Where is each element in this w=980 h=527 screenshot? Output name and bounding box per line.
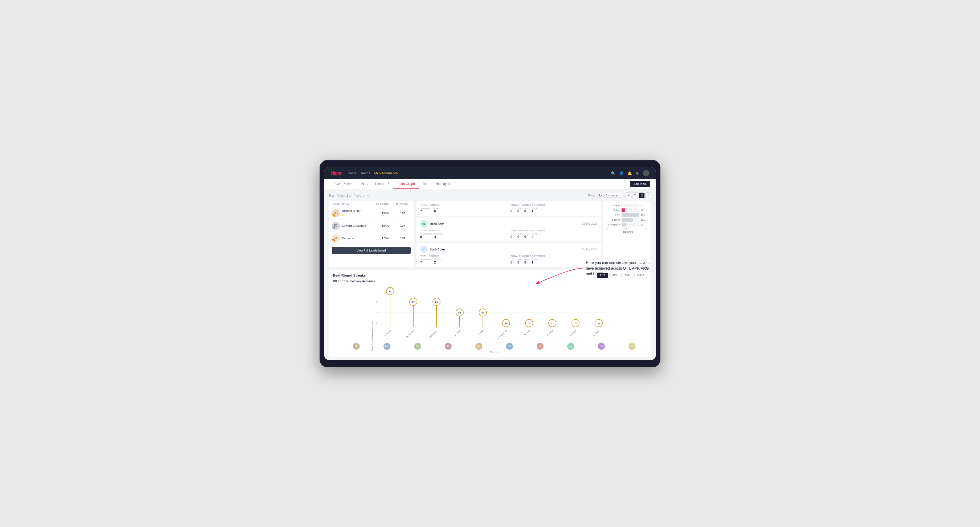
player-name-quick: C. Quick [593,329,600,337]
sub-nav: PGAT Players PGA Hcaps 1-5 Team Clippd T… [325,179,655,189]
player-info: RB 1 Richard Butler ♥ [332,209,376,217]
tab-pga[interactable]: PGA [357,179,371,189]
avatar-coles: JC [445,343,452,350]
streak-val-billingham: 6x [435,301,438,303]
nav-right: 🔍 👤 🔔 ⚙ [611,170,649,176]
table-row: CA 3 Cameron... 17/20 103 [329,232,414,244]
putt-label: PUTT [531,207,537,210]
settings-icon[interactable]: ⚙ [636,171,639,175]
player-avg: 103 [395,237,410,240]
bar-val-pars: 499 [641,214,648,216]
practice-activities-label: Total Practice Activities [511,204,597,206]
streak-val-butler: 3x [574,322,577,325]
col-pb-score: PB SCORE [376,203,395,205]
nav-link-teams[interactable]: Teams [361,171,370,175]
avatar: RB 1 [332,209,340,217]
bar-row-birdies: Birdies 96 [607,208,648,212]
bar-fill-bogeys [622,218,633,222]
practice-label: Practice [434,207,442,210]
list-view-icon[interactable]: ☰ [632,192,638,198]
card-rounds-group: Total Rounds Tournament 8 Practice [420,229,507,239]
rank-badge: 1 [332,214,335,217]
show-select[interactable]: Last 3 months Last 6 months Last year [597,193,624,198]
col-pb-avg: PB AVG SQ [395,203,410,205]
nav-link-myperformance[interactable]: My Performance [374,171,398,175]
card-avatar: RB [420,220,428,227]
bell-icon[interactable]: 🔔 [627,171,632,175]
streaks-chart: Best Streak, Fairway Accuracy 7 6 [333,286,647,334]
team-header: Team Clippd | 14 Players ✏ Show Last 3 m… [329,192,651,198]
nav-link-home[interactable]: Home [348,171,356,175]
settings-view-icon[interactable]: ⋮ [646,192,651,198]
add-team-button[interactable]: Add Team [630,181,650,187]
streak-val-mcherg: 6x [412,301,415,303]
chart-x-title: Total Shots [607,230,648,233]
rank-badge: 2 [332,227,335,230]
bar-val-birdies: 96 [641,209,648,211]
tab-tour[interactable]: Tour [418,179,432,189]
player-name: Edward Crossman [342,224,366,227]
view-leaderboard-button[interactable]: View Full Leaderboard [332,247,410,254]
streak-val-quick: 3x [597,322,600,325]
avatar[interactable] [643,170,649,176]
player-name-butler: R. Butler [570,329,577,337]
streaks-subtitle: Off The Tee, Fairway Accuracy [333,279,647,283]
card-date: 26 Aug 2023 [582,248,597,251]
avatar-quick: CQ [628,343,635,350]
tab-hcaps[interactable]: Hcaps 1-5 [371,179,393,189]
x-label-200: 200 [625,227,628,230]
total-rounds-group: Total Rounds Tournament 7 Practice [420,204,507,213]
card-avatar: JC [420,246,428,253]
bar-track-pars [622,213,639,217]
avatar-britt: RB [476,343,482,350]
player-score: 19/20 [376,211,395,215]
bar-val-dbogeys: 131 [641,223,648,226]
avatar: EC 2 [332,222,340,230]
person-icon[interactable]: 👤 [619,171,624,175]
player-name-miller: M. Miller [546,329,554,337]
avatar-billingham: DB [414,343,421,350]
avatar-miller: MM [567,343,574,350]
streak-val-coles: 5x [458,311,461,314]
player-name: Cameron... [342,237,356,240]
col-player-name: PLAYER NAME [332,203,376,205]
streaks-section: Best Round Streaks OTT APP ARG PUTT Off … [329,270,651,357]
bar-row-dbogeys: D. Bogeys + 131 [607,223,648,227]
y-label-7: 7 [376,290,377,292]
annotation-text: Here you can see streaks your players ha… [586,260,655,277]
search-icon[interactable]: 🔍 [611,171,616,175]
player-avg: 107 [395,224,410,227]
edit-icon[interactable]: ✏ [367,194,369,197]
arg-val: 0 [524,210,529,213]
tab-pgat[interactable]: PGAT Players [330,179,357,189]
arg-label: ARG [524,207,529,210]
card-player-name: Josh Coles [430,248,445,251]
card-view-icon[interactable]: ▤ [639,192,645,198]
streak-val-britt: 5x [482,311,484,314]
avatar-crossman: EC [506,343,513,350]
annotation: Here you can see streaks your players ha… [586,260,655,277]
tab-team-clippd[interactable]: Team Clippd [393,179,418,189]
two-col-layout: PLAYER NAME PB SCORE PB AVG SQ RB 1 [329,201,651,267]
y-label-6: 6 [376,301,377,303]
app-label: APP [517,207,522,210]
player-name-crossman: E. Crossman [497,329,508,340]
avatar-ford: DF [536,343,544,350]
bar-fill-pars [622,213,639,217]
avatars-row: EE BM DB JC RB [341,343,647,350]
x-label-0: 0 [607,227,608,230]
show-label: Show [588,194,595,197]
rank-badge: 3 [332,239,335,242]
ott-label: OTT [511,207,515,210]
view-icons: ⊞ ☰ ▤ ⋮ [625,192,651,198]
grid-view-icon[interactable]: ⊞ [625,192,632,198]
player-card-rees: RB Rees Britt 02 Sep 2023 Total Rounds [417,217,601,241]
avatar: CA 3 [332,234,340,242]
player-info: CA 3 Cameron... [332,234,376,242]
practice-activities-group: Total Practice Activities OTT 0 APP [511,204,597,213]
tab-all-players[interactable]: All Players [432,179,455,189]
avatar-ewert: EE [353,343,360,350]
avatar-mcherg: BM [383,343,390,350]
y-label-5: 5 [376,311,377,314]
player-info: EC 2 Edward Crossman [332,222,376,230]
